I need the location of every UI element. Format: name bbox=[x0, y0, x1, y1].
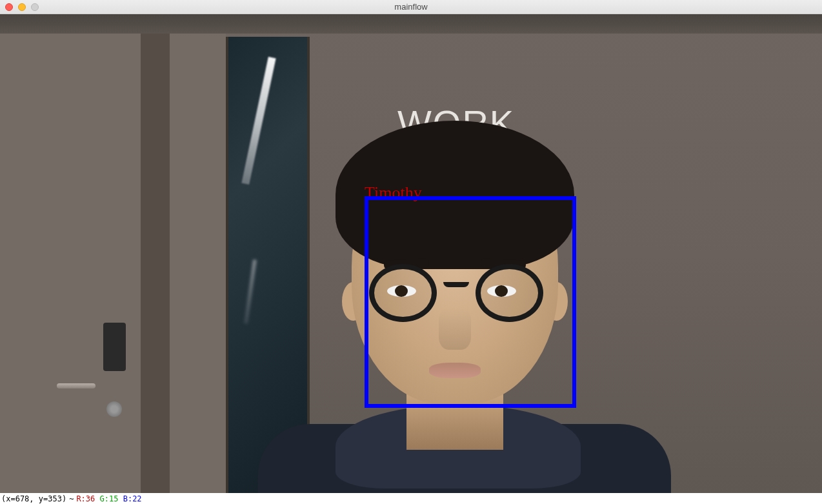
status-separator: ~ bbox=[69, 494, 74, 503]
window-titlebar: mainflow bbox=[0, 0, 822, 14]
window-title: mainflow bbox=[394, 2, 427, 12]
image-viewport[interactable]: WORK HARD bbox=[0, 14, 822, 493]
status-blue-value: B:22 bbox=[123, 494, 142, 503]
status-coordinates: (x=678, y=353) bbox=[1, 494, 66, 503]
scene-door-knob bbox=[106, 401, 122, 417]
face-detection-box bbox=[365, 196, 576, 408]
scene-door-frame bbox=[141, 34, 170, 493]
camera-feed: WORK HARD bbox=[0, 14, 822, 493]
status-bar: (x=678, y=353) ~ R:36 G:15 B:22 bbox=[0, 493, 822, 504]
scene-door bbox=[0, 34, 226, 493]
scene-door-lock bbox=[103, 323, 126, 371]
maximize-button[interactable] bbox=[31, 3, 39, 11]
minimize-button[interactable] bbox=[18, 3, 26, 11]
traffic-lights bbox=[0, 3, 39, 11]
scene-ceiling bbox=[0, 14, 822, 34]
scene-door-handle bbox=[57, 376, 102, 400]
status-green-value: G:15 bbox=[100, 494, 119, 503]
status-red-value: R:36 bbox=[76, 494, 95, 503]
close-button[interactable] bbox=[5, 3, 13, 11]
